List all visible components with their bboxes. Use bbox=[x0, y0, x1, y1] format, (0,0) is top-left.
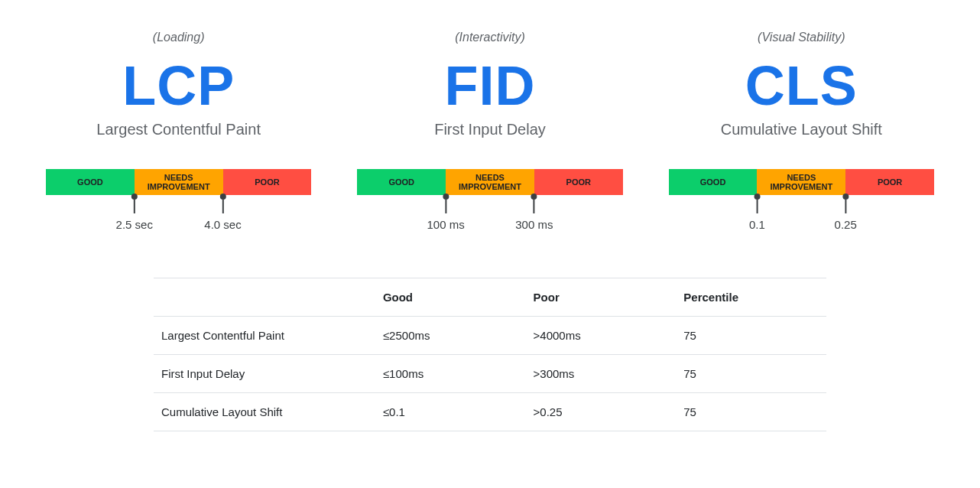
threshold-marker-high: 4.0 sec bbox=[204, 194, 241, 231]
cell-poor: >0.25 bbox=[526, 393, 677, 431]
segment-good: GOOD bbox=[46, 169, 135, 195]
threshold-bar: GOOD NEEDS IMPROVEMENT POOR bbox=[46, 169, 311, 195]
thresholds-table: Good Poor Percentile Largest Contentful … bbox=[154, 278, 826, 431]
threshold-marker-low: 0.1 bbox=[749, 194, 765, 231]
cell-poor: >300ms bbox=[526, 355, 677, 393]
segment-good: GOOD bbox=[357, 169, 446, 195]
threshold-high-label: 4.0 sec bbox=[204, 218, 241, 231]
threshold-low-label: 100 ms bbox=[427, 218, 464, 231]
metric-category: (Interactivity) bbox=[357, 31, 622, 44]
cell-percentile: 75 bbox=[676, 317, 826, 355]
threshold-low-label: 0.1 bbox=[749, 218, 765, 231]
threshold-marker-high: 300 ms bbox=[515, 194, 553, 231]
threshold-markers: 2.5 sec 4.0 sec bbox=[46, 194, 311, 232]
threshold-markers: 0.1 0.25 bbox=[669, 194, 934, 232]
segment-needs: NEEDS IMPROVEMENT bbox=[135, 169, 223, 195]
threshold-bar: GOOD NEEDS IMPROVEMENT POOR bbox=[357, 169, 622, 195]
th-poor: Poor bbox=[526, 278, 677, 317]
metric-full-name: First Input Delay bbox=[357, 121, 622, 138]
metric-full-name: Largest Contentful Paint bbox=[46, 121, 311, 138]
metric-abbr: LCP bbox=[46, 58, 311, 113]
cell-metric: Largest Contentful Paint bbox=[154, 317, 375, 355]
cell-good: ≤100ms bbox=[375, 355, 526, 393]
table-header-row: Good Poor Percentile bbox=[154, 278, 826, 317]
metric-card-lcp: (Loading) LCP Largest Contentful Paint G… bbox=[46, 31, 311, 232]
cell-poor: >4000ms bbox=[526, 317, 677, 355]
threshold-marker-low: 2.5 sec bbox=[116, 194, 153, 231]
threshold-low-label: 2.5 sec bbox=[116, 218, 153, 231]
metrics-row: (Loading) LCP Largest Contentful Paint G… bbox=[46, 31, 934, 232]
table-row: First Input Delay ≤100ms >300ms 75 bbox=[154, 355, 826, 393]
th-good: Good bbox=[375, 278, 526, 317]
metric-abbr: CLS bbox=[669, 58, 934, 113]
th-percentile: Percentile bbox=[676, 278, 826, 317]
threshold-markers: 100 ms 300 ms bbox=[357, 194, 622, 232]
table-row: Cumulative Layout Shift ≤0.1 >0.25 75 bbox=[154, 393, 826, 431]
cell-good: ≤2500ms bbox=[375, 317, 526, 355]
threshold-high-label: 0.25 bbox=[835, 218, 857, 231]
threshold-high-label: 300 ms bbox=[515, 218, 553, 231]
metric-card-fid: (Interactivity) FID First Input Delay GO… bbox=[357, 31, 622, 232]
cell-metric: First Input Delay bbox=[154, 355, 375, 393]
threshold-marker-high: 0.25 bbox=[835, 194, 857, 231]
metric-full-name: Cumulative Layout Shift bbox=[669, 121, 934, 138]
cell-good: ≤0.1 bbox=[375, 393, 526, 431]
metric-category: (Visual Stability) bbox=[669, 31, 934, 44]
table-row: Largest Contentful Paint ≤2500ms >4000ms… bbox=[154, 317, 826, 355]
th-metric bbox=[154, 278, 375, 317]
segment-poor: POOR bbox=[845, 169, 934, 195]
segment-needs: NEEDS IMPROVEMENT bbox=[757, 169, 845, 195]
segment-poor: POOR bbox=[534, 169, 623, 195]
metric-card-cls: (Visual Stability) CLS Cumulative Layout… bbox=[669, 31, 934, 232]
cell-metric: Cumulative Layout Shift bbox=[154, 393, 375, 431]
metric-abbr: FID bbox=[357, 58, 622, 113]
cell-percentile: 75 bbox=[676, 393, 826, 431]
metric-category: (Loading) bbox=[46, 31, 311, 44]
segment-good: GOOD bbox=[669, 169, 758, 195]
threshold-marker-low: 100 ms bbox=[427, 194, 464, 231]
segment-poor: POOR bbox=[223, 169, 312, 195]
segment-needs: NEEDS IMPROVEMENT bbox=[446, 169, 534, 195]
cell-percentile: 75 bbox=[676, 355, 826, 393]
threshold-bar: GOOD NEEDS IMPROVEMENT POOR bbox=[669, 169, 934, 195]
